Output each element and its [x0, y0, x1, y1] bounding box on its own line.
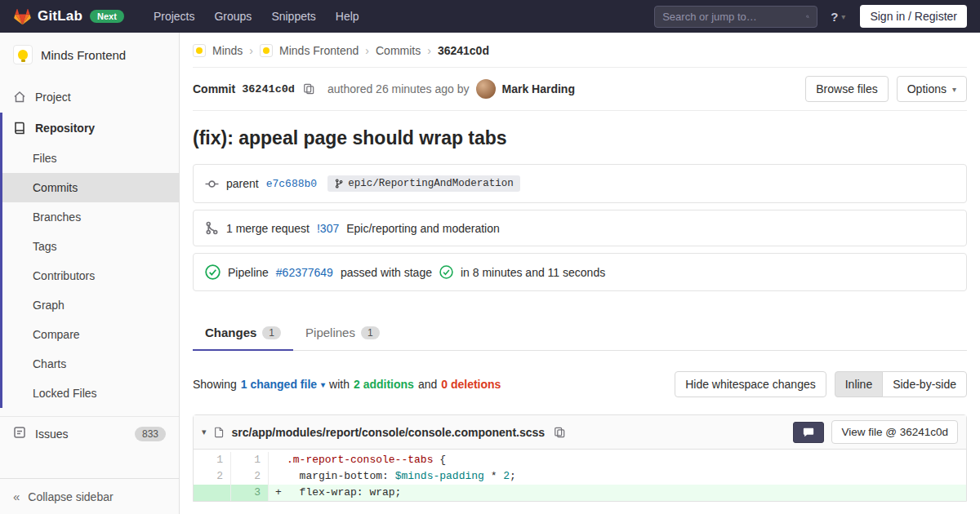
commit-authored-text: authored 26 minutes ago by: [327, 82, 470, 95]
commit-parent-row: parent e7c688b0 epic/ReportingAndModerat…: [193, 164, 967, 203]
help-dropdown[interactable]: ? ▾: [831, 10, 845, 24]
collapse-icon: «: [13, 490, 20, 503]
view-file-button[interactable]: View file @ 36241c0d: [831, 420, 958, 444]
diff-file: ▾ src/app/modules/report/console/console…: [193, 414, 967, 502]
stage-passed-icon[interactable]: [439, 265, 453, 279]
browse-files-button[interactable]: Browse files: [805, 76, 888, 102]
hide-whitespace-button[interactable]: Hide whitespace changes: [675, 371, 826, 397]
merge-request-row: 1 merge request !307 Epic/reporting and …: [193, 210, 967, 246]
parent-sha-link[interactable]: e7c688b0: [266, 178, 317, 190]
parent-label: parent: [226, 177, 259, 190]
comment-icon: [803, 427, 814, 438]
sidebar-item-tags[interactable]: Tags: [2, 232, 179, 261]
sidebar-item-files[interactable]: Files: [2, 144, 179, 173]
changed-files-dropdown[interactable]: 1 changed file ▾: [241, 378, 325, 391]
nav-help[interactable]: Help: [326, 0, 369, 33]
showing-label: Showing: [193, 378, 237, 391]
branch-icon: [334, 179, 344, 188]
file-icon: [214, 426, 225, 438]
sidebar-item-branches[interactable]: Branches: [2, 202, 179, 232]
sidebar-project-link[interactable]: Minds Frontend: [0, 33, 179, 73]
search-icon: [806, 11, 809, 22]
sidebar-item-issues[interactable]: Issues 833: [0, 416, 179, 450]
nav-groups[interactable]: Groups: [204, 0, 261, 33]
search-box[interactable]: [654, 6, 817, 28]
tab-changes[interactable]: Changes 1: [193, 316, 293, 351]
nav-projects[interactable]: Projects: [144, 0, 205, 33]
collapse-diff-caret[interactable]: ▾: [202, 427, 207, 437]
diff-file-path[interactable]: src/app/modules/report/console/console.c…: [232, 426, 546, 439]
copy-sha-button[interactable]: [301, 83, 316, 95]
repository-submenu: Files Commits Branches Tags Contributors…: [2, 144, 179, 408]
diff-code: + flex-wrap: wrap;: [269, 485, 966, 501]
sidebar-item-locked-files[interactable]: Locked Files: [2, 379, 179, 408]
sidebar-item-project[interactable]: Project: [0, 82, 179, 113]
sidebar-item-contributors[interactable]: Contributors: [2, 261, 179, 290]
breadcrumb: Minds › Minds Frontend › Commits › 36241…: [193, 33, 967, 68]
tab-pipelines[interactable]: Pipelines 1: [293, 316, 392, 351]
breadcrumb-minds[interactable]: Minds: [212, 44, 243, 57]
search-input[interactable]: [662, 11, 806, 23]
old-line-number[interactable]: 1: [194, 452, 231, 468]
branch-name: epic/ReportingAndModeration: [348, 178, 514, 189]
code-text: {: [433, 454, 446, 466]
nav-snippets[interactable]: Snippets: [261, 0, 325, 33]
branch-ref-badge[interactable]: epic/ReportingAndModeration: [327, 175, 520, 192]
diff-line: 1 1 .m-report-console--tabs {: [194, 452, 966, 468]
breadcrumb-minds-frontend[interactable]: Minds Frontend: [279, 44, 359, 57]
book-icon: [13, 122, 26, 135]
code-operator: *: [484, 470, 503, 482]
pipeline-id-link[interactable]: #62377649: [276, 266, 333, 279]
diff-summary-bar: Showing 1 changed file ▾ with 2 addition…: [193, 351, 967, 414]
old-line-number[interactable]: [194, 485, 231, 501]
copy-path-button[interactable]: [552, 427, 567, 438]
sign-in-button[interactable]: Sign in / Register: [860, 5, 967, 28]
side-by-side-view-button[interactable]: Side-by-side: [882, 371, 967, 397]
sidebar-item-graph[interactable]: Graph: [2, 290, 179, 320]
new-line-number[interactable]: 3: [231, 485, 269, 501]
breadcrumb-commits[interactable]: Commits: [376, 44, 421, 57]
minds-frontend-avatar: [260, 44, 273, 57]
author-name-link[interactable]: Mark Harding: [502, 82, 575, 95]
sidebar-item-compare[interactable]: Compare: [2, 320, 179, 349]
mr-ref-link[interactable]: !307: [317, 222, 339, 235]
home-icon: [13, 91, 26, 104]
diff-file-header: ▾ src/app/modules/report/console/console…: [194, 415, 966, 450]
minds-group-avatar: [193, 44, 206, 57]
with-word: with: [329, 378, 350, 391]
diff-line-added: 3 + flex-wrap: wrap;: [194, 485, 966, 501]
new-line-number[interactable]: 1: [231, 452, 269, 468]
old-line-number[interactable]: 2: [194, 468, 231, 485]
sidebar-item-commits[interactable]: Commits: [2, 173, 179, 202]
pipelines-count-badge: 1: [361, 326, 380, 339]
inline-view-button[interactable]: Inline: [835, 371, 883, 397]
and-word: and: [418, 378, 437, 391]
project-avatar: [13, 45, 33, 64]
issues-count-badge: 833: [135, 427, 166, 441]
collapse-sidebar-button[interactable]: « Collapse sidebar: [0, 478, 179, 514]
sidebar-item-label: Project: [35, 91, 71, 104]
new-line-number[interactable]: 2: [231, 468, 269, 485]
lightbulb-icon: [263, 47, 270, 54]
toggle-comments-button[interactable]: [793, 422, 824, 443]
diff-line: 2 2 margin-bottom: $minds-padding * 2;: [194, 468, 966, 485]
code-selector: .m-report-console--tabs: [287, 454, 433, 466]
mr-count-label: 1 merge request: [226, 222, 310, 235]
gitlab-logo[interactable]: GitLab Next: [13, 7, 124, 25]
lightbulb-icon: [196, 47, 203, 54]
primary-nav: Projects Groups Snippets Help: [144, 0, 369, 33]
chevron-down-icon: ▾: [841, 12, 845, 21]
breadcrumb-separator: ›: [427, 44, 431, 57]
code-text: margin-bottom:: [287, 470, 395, 482]
lightbulb-icon: [18, 50, 28, 60]
sidebar-item-charts[interactable]: Charts: [2, 349, 179, 379]
copy-icon: [303, 83, 314, 95]
next-badge: Next: [90, 10, 124, 23]
breadcrumb-separator: ›: [365, 44, 369, 57]
merge-request-icon: [205, 221, 219, 235]
options-dropdown[interactable]: Options ▾: [897, 76, 967, 102]
pipeline-status-text: passed with stage: [341, 266, 432, 279]
additions-count: 2 additions: [354, 378, 414, 391]
app-layout: Minds Frontend Project Repository Files: [0, 33, 980, 514]
sidebar-item-repository[interactable]: Repository: [2, 113, 179, 144]
